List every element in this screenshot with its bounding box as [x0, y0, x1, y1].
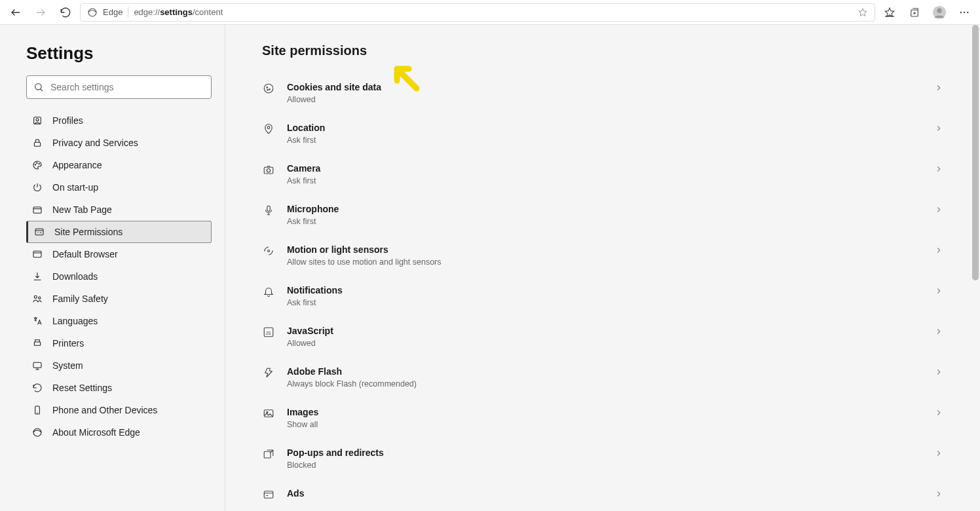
ads-icon	[262, 488, 275, 501]
svg-rect-15	[35, 229, 43, 235]
location-icon	[262, 123, 275, 136]
bell-icon	[262, 285, 275, 298]
sidebar-item-about-microsoft-edge[interactable]: About Microsoft Edge	[26, 421, 212, 444]
svg-point-26	[267, 90, 269, 91]
more-menu-icon[interactable]	[954, 2, 975, 23]
sensor-icon	[262, 244, 275, 257]
svg-point-24	[267, 87, 268, 88]
svg-rect-19	[34, 342, 40, 345]
edge-logo-icon	[87, 7, 98, 18]
permission-pop-ups-and-redirects[interactable]: Pop-ups and redirectsBlocked	[262, 438, 943, 479]
svg-rect-16	[33, 251, 41, 257]
sidebar-item-label: Family Safety	[52, 293, 108, 304]
permission-adobe-flash[interactable]: Adobe FlashAlways block Flash (recommend…	[262, 357, 943, 398]
chevron-right-icon	[934, 164, 943, 174]
power-icon	[31, 181, 43, 193]
scrollbar-thumb[interactable]	[972, 25, 979, 280]
flash-icon	[262, 366, 275, 379]
chevron-right-icon	[934, 246, 943, 255]
permission-subtitle: Allowed	[287, 95, 926, 104]
sidebar-item-label: System	[52, 360, 83, 371]
browser-toolbar: Edge edge://settings/content	[0, 0, 980, 25]
palette-icon	[31, 159, 43, 171]
sidebar-item-privacy-and-services[interactable]: Privacy and Services	[26, 132, 212, 154]
permission-camera[interactable]: CameraAsk first	[262, 154, 943, 195]
favorite-star-icon[interactable]	[857, 7, 868, 18]
sidebar-item-label: On start-up	[52, 182, 98, 193]
svg-point-23	[264, 84, 273, 93]
back-button[interactable]	[5, 2, 26, 23]
permission-microphone[interactable]: MicrophoneAsk first	[262, 195, 943, 235]
js-icon: JS	[262, 326, 275, 339]
sidebar-item-default-browser[interactable]: Default Browser	[26, 243, 212, 265]
sidebar-item-system[interactable]: System	[26, 354, 212, 377]
svg-point-6	[967, 11, 968, 12]
settings-title: Settings	[26, 43, 212, 64]
permission-ads[interactable]: Ads	[262, 479, 943, 510]
svg-point-25	[269, 89, 271, 90]
sidebar-item-appearance[interactable]: Appearance	[26, 154, 212, 176]
sidebar-item-label: Profiles	[52, 115, 83, 126]
language-icon	[31, 315, 43, 327]
search-settings-box[interactable]	[26, 75, 212, 99]
sidebar-item-label: Default Browser	[52, 249, 118, 259]
svg-point-5	[964, 11, 965, 12]
sidebar-item-downloads[interactable]: Downloads	[26, 265, 212, 288]
sidebar-item-phone-and-other-devices[interactable]: Phone and Other Devices	[26, 399, 212, 421]
reset-icon	[31, 382, 43, 394]
profile-icon	[31, 115, 43, 126]
image-icon	[262, 407, 275, 420]
collections-icon[interactable]	[904, 2, 925, 23]
refresh-button[interactable]	[55, 2, 76, 23]
sidebar-item-label: Reset Settings	[52, 383, 112, 393]
sidebar-item-family-safety[interactable]: Family Safety	[26, 288, 212, 310]
sidebar-item-label: About Microsoft Edge	[52, 427, 140, 438]
default-icon	[31, 248, 43, 260]
permission-title: Images	[287, 407, 926, 417]
page-title: Site permissions	[262, 43, 943, 58]
site-icon	[33, 226, 45, 238]
permission-subtitle: Allowed	[287, 339, 926, 348]
permission-javascript[interactable]: JSJavaScriptAllowed	[262, 316, 943, 357]
sidebar-item-on-start-up[interactable]: On start-up	[26, 176, 212, 199]
sidebar-item-label: Printers	[52, 338, 84, 349]
svg-point-9	[36, 119, 39, 121]
chevron-right-icon	[934, 83, 943, 92]
chevron-right-icon	[934, 286, 943, 295]
permission-title: Motion or light sensors	[287, 244, 926, 255]
permission-subtitle: Always block Flash (recommended)	[287, 379, 926, 388]
forward-button[interactable]	[30, 2, 51, 23]
address-bar[interactable]: Edge edge://settings/content	[80, 3, 875, 22]
svg-point-31	[268, 250, 270, 252]
permission-subtitle: Ask first	[287, 298, 926, 307]
popup-icon	[262, 447, 275, 461]
svg-point-17	[34, 295, 37, 298]
svg-point-12	[37, 162, 37, 163]
svg-rect-14	[33, 207, 41, 213]
printer-icon	[31, 337, 43, 349]
chevron-right-icon	[934, 124, 943, 133]
sidebar-item-profiles[interactable]: Profiles	[26, 109, 212, 132]
permission-cookies-and-site-data[interactable]: Cookies and site dataAllowed	[262, 73, 943, 113]
permission-location[interactable]: LocationAsk first	[262, 113, 943, 154]
chevron-right-icon	[934, 368, 943, 377]
sidebar-item-printers[interactable]: Printers	[26, 332, 212, 354]
permission-title: Pop-ups and redirects	[287, 447, 926, 458]
sidebar-item-label: Phone and Other Devices	[52, 405, 157, 415]
svg-rect-36	[264, 451, 271, 458]
sidebar-item-languages[interactable]: Languages	[26, 310, 212, 332]
profile-avatar-icon[interactable]	[929, 2, 950, 23]
permission-images[interactable]: ImagesShow all	[262, 398, 943, 438]
sidebar-item-site-permissions[interactable]: Site Permissions	[26, 221, 212, 243]
download-icon	[31, 271, 43, 282]
permission-notifications[interactable]: NotificationsAsk first	[262, 276, 943, 316]
chevron-right-icon	[934, 205, 943, 214]
sidebar-item-reset-settings[interactable]: Reset Settings	[26, 377, 212, 399]
search-input[interactable]	[50, 82, 204, 92]
permission-subtitle: Blocked	[287, 461, 926, 470]
camera-icon	[262, 163, 275, 176]
sidebar-item-new-tab-page[interactable]: New Tab Page	[26, 199, 212, 221]
family-icon	[31, 293, 43, 305]
permission-motion-or-light-sensors[interactable]: Motion or light sensorsAllow sites to us…	[262, 235, 943, 276]
favorites-icon[interactable]	[879, 2, 900, 23]
